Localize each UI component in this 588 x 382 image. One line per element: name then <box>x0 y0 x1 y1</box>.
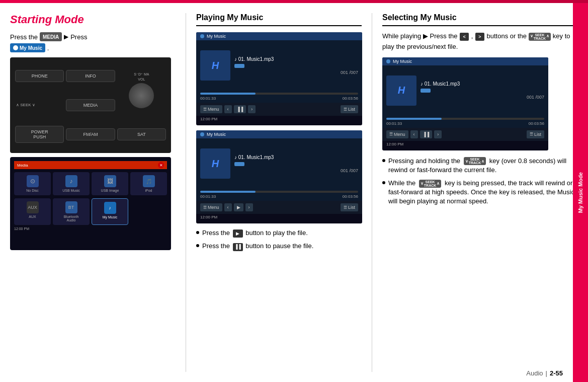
phone-btn: PHONE <box>15 70 64 82</box>
hyundai-logo-select: H <box>386 75 416 106</box>
sat-btn: SAT <box>117 128 166 140</box>
fmam-btn: FM/AM <box>66 128 115 140</box>
select-bullets: Pressing and holding the ∨ SEEK TRACK ∧ … <box>382 157 578 206</box>
prev-btn-2[interactable]: ‹ <box>224 203 232 211</box>
my-music-item-selected[interactable]: ♪ My Music <box>92 198 128 225</box>
menu-btn-1[interactable]: ☰ Menu <box>200 105 222 113</box>
cd-icon-2 <box>234 162 244 166</box>
select-music-screen: My Music H ♪ 01. Music1.mp3 001 /007 <box>382 57 548 150</box>
car-radio-image: PHONE INFO S⁻D⁺ MA VOL ∧ SEEK ∨ MEDIA <box>10 57 171 153</box>
select-timestamp: 12:00 PM <box>382 141 548 147</box>
empty-slot <box>130 198 167 225</box>
select-time-start: 00:01:33 <box>386 121 402 126</box>
bullet-pause: Press the ▐▐ button to pause the file. <box>196 242 362 251</box>
select-next-btn[interactable]: › <box>434 130 442 138</box>
greater-than-btn: > <box>475 33 484 41</box>
seek-track-badge-b2: ∨ SEEK TRACK ∧ <box>419 180 442 188</box>
music-screen-1-header: My Music <box>196 32 362 40</box>
time-start-2: 00:01:33 <box>200 194 216 199</box>
select-prev-btn[interactable]: ‹ <box>410 130 418 138</box>
starting-mode-title: Starting Mode <box>10 13 176 26</box>
footer: Audio | 2-55 <box>526 369 563 377</box>
time-end-1: 00:03:56 <box>343 96 358 101</box>
bluetooth-audio-item: BT BluetoothAudio <box>53 198 90 225</box>
vol-knob[interactable] <box>129 83 154 108</box>
select-play-btn[interactable]: ▐▐ <box>420 130 433 138</box>
seek-track-badge-b1: ∨ SEEK TRACK ∧ <box>464 157 486 165</box>
select-bullet-1: Pressing and holding the ∨ SEEK TRACK ∧ … <box>382 157 578 175</box>
play-inline-btn: ▶ <box>233 230 243 238</box>
time-start-1: 00:01:33 <box>200 96 216 101</box>
play-btn-2[interactable]: ▶ <box>234 203 243 211</box>
pause-inline-btn: ▐▐ <box>233 243 243 251</box>
info-btn: INFO <box>66 70 115 82</box>
less-than-btn: < <box>460 33 469 41</box>
cd-icon-select <box>421 89 431 93</box>
select-screen-header: My Music <box>382 57 548 65</box>
ipod-item: 🎵 iPod <box>130 172 167 195</box>
sidebar-tab-label: My Music Mode <box>577 172 583 213</box>
music-screen-1: My Music H ♪ 01. Music1.mp3 001 /007 <box>196 32 362 125</box>
playing-bullets: Press the ▶ button to play the file. Pre… <box>196 228 362 251</box>
select-time-end: 00:03:56 <box>529 121 544 126</box>
hyundai-logo-2: H <box>200 148 230 179</box>
usb-image-item: 🖼 USB Image <box>92 172 128 195</box>
media-radio-btn: MEDIA <box>66 99 115 111</box>
seek-track-badge-intro: ∨ SEEK TRACK ∧ <box>529 33 551 41</box>
bullet-dot-2 <box>196 244 199 247</box>
media-key-badge: MEDIA <box>40 32 62 41</box>
select-track-num: 001 /007 <box>421 95 544 100</box>
track-num-2: 001 /007 <box>234 168 358 173</box>
prev-btn-1[interactable]: ‹ <box>224 105 232 113</box>
selecting-my-music-section: Selecting My Music While playing ▶ Press… <box>372 13 588 372</box>
footer-text: Audio <box>526 369 543 377</box>
menu-btn-2[interactable]: ☰ Menu <box>200 203 222 211</box>
timestamp-2: 12:00 PM <box>196 214 362 220</box>
playing-my-music-title: Playing My Music <box>196 13 362 26</box>
selecting-my-music-title: Selecting My Music <box>382 13 578 26</box>
media-screen-image: Media ✕ ⊙ No Disc ♪ <box>10 157 171 250</box>
bullet-play: Press the ▶ button to play the file. <box>196 228 362 238</box>
aux-item: AUX AUX <box>14 198 51 225</box>
music-title-1: ♪ 01. Music1.mp3 <box>234 56 358 62</box>
starting-mode-section: Starting Mode Press the MEDIA ▶ Press My… <box>10 13 186 372</box>
timestamp-1: 12:00 PM <box>196 116 362 122</box>
media-time: 12:00 PM <box>14 227 167 231</box>
sidebar-tab: My Music Mode <box>573 3 588 382</box>
press-instruction: Press the MEDIA ▶ Press <box>10 32 176 41</box>
pause-btn-1[interactable]: ▐▐ <box>234 105 246 113</box>
select-bullet-dot-1 <box>382 159 385 162</box>
select-list-btn[interactable]: ☰ List <box>527 130 544 138</box>
cd-icon-1 <box>234 64 244 68</box>
music-screen-2-header: My Music <box>196 130 362 138</box>
arrow-symbol-1: ▶ <box>64 33 68 40</box>
power-push-btn: POWERPUSH <box>15 126 64 143</box>
playing-my-music-section: Playing My Music My Music H ♪ 01. Music1… <box>186 13 372 372</box>
next-btn-2[interactable]: › <box>245 203 253 211</box>
select-music-title: ♪ 01. Music1.mp3 <box>421 81 544 87</box>
no-disc-item: ⊙ No Disc <box>14 172 51 195</box>
media-screen-header: Media ✕ <box>14 161 167 169</box>
time-end-2: 00:03:56 <box>343 194 358 199</box>
list-btn-1[interactable]: ☰ List <box>341 105 358 113</box>
footer-separator: | <box>546 369 547 377</box>
select-menu-btn[interactable]: ☰ Menu <box>386 130 408 138</box>
my-music-badge: My Music <box>10 43 45 52</box>
music-title-2: ♪ 01. Music1.mp3 <box>234 155 358 160</box>
music-screen-2: My Music H ♪ 01. Music1.mp3 001 /007 <box>196 130 362 223</box>
press-text-1: Press the <box>10 33 38 41</box>
select-bullet-dot-2 <box>382 181 385 184</box>
select-intro-text: While playing ▶ Press the < , > buttons … <box>382 31 578 52</box>
track-num-1: 001 /007 <box>234 70 358 75</box>
usb-music-item: ♪ USB Music <box>53 172 90 195</box>
select-bullet-2: While the ∨ SEEK TRACK ∧ key is being pr… <box>382 179 578 206</box>
hyundai-logo-1: H <box>200 50 230 81</box>
footer-page-num: 2-55 <box>550 369 563 377</box>
list-btn-2[interactable]: ☰ List <box>341 203 358 211</box>
bullet-dot-1 <box>196 231 199 234</box>
press-text-2: Press <box>70 33 87 41</box>
next-btn-1[interactable]: › <box>248 105 256 113</box>
